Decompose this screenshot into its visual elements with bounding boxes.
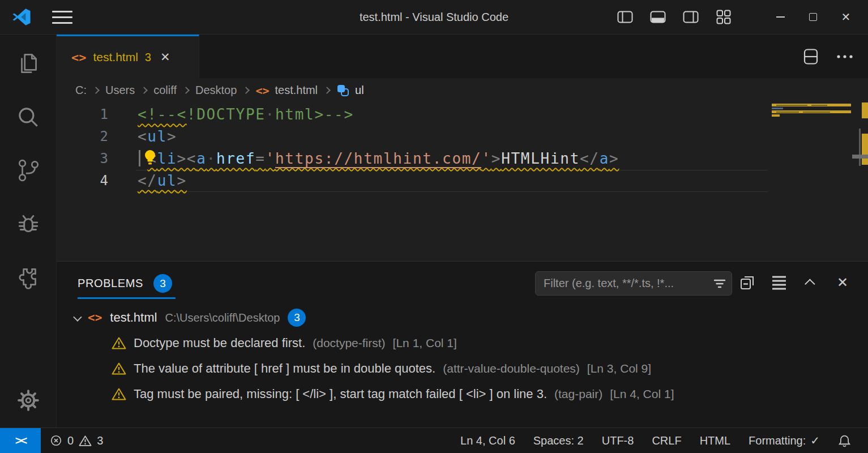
problem-message: Doctype must be declared first. bbox=[134, 336, 305, 351]
line-number: 3 bbox=[57, 148, 109, 170]
problem-message: The value of attribute [ href ] must be … bbox=[134, 361, 435, 376]
html-file-icon: <> bbox=[255, 84, 269, 97]
problem-location: [Ln 1, Col 1] bbox=[393, 336, 457, 350]
breadcrumb-drive[interactable]: C: bbox=[75, 84, 87, 97]
problem-row[interactable]: Doctype must be declared first. (doctype… bbox=[57, 330, 868, 356]
status-bar: >< 0 3 Ln 4, Col 6 Spaces: 2 UTF-8 CRLF … bbox=[0, 428, 868, 453]
close-window-button[interactable]: ✕ bbox=[837, 8, 854, 25]
html-file-icon: <> bbox=[71, 50, 87, 65]
code-editor[interactable]: 1 <!--<!DOCTYPE·html>--> 2 <ul> 3 <li><a… bbox=[57, 102, 868, 261]
tab-close-icon[interactable]: ✕ bbox=[160, 50, 170, 64]
customize-layout-icon[interactable] bbox=[715, 8, 732, 25]
tab-test-html[interactable]: <> test.html 3 ✕ bbox=[57, 35, 199, 78]
close-panel-icon[interactable]: ✕ bbox=[834, 274, 851, 291]
problems-panel: PROBLEMS 3 ✕ bbox=[57, 261, 868, 428]
editor-scrollbar[interactable] bbox=[859, 129, 861, 166]
search-icon[interactable] bbox=[15, 104, 42, 131]
code-line-2: <ul> bbox=[138, 126, 177, 148]
overview-ruler-warning-mark bbox=[862, 102, 868, 118]
html-file-icon: <> bbox=[88, 311, 102, 324]
collapse-all-icon[interactable] bbox=[739, 274, 756, 291]
problems-filter-input[interactable] bbox=[544, 277, 713, 290]
split-editor-icon[interactable] bbox=[802, 48, 819, 65]
document-link: https://htmlhint.com/ bbox=[275, 150, 481, 168]
status-formatting[interactable]: Formatting:✓ bbox=[749, 434, 820, 447]
tab-bar: <> test.html 3 ✕ bbox=[57, 35, 868, 78]
warning-icon bbox=[79, 435, 92, 447]
tab-problems[interactable]: PROBLEMS 3 bbox=[78, 274, 172, 293]
source-control-icon[interactable] bbox=[15, 157, 42, 184]
view-as-table-icon[interactable] bbox=[771, 274, 788, 291]
breadcrumb-user[interactable]: coliff bbox=[153, 84, 177, 97]
filter-icon[interactable] bbox=[713, 279, 726, 289]
menu-hamburger-icon[interactable] bbox=[52, 11, 72, 24]
vscode-logo-icon bbox=[11, 7, 32, 27]
check-icon: ✓ bbox=[810, 434, 820, 447]
breadcrumb-symbol[interactable]: ul bbox=[355, 84, 364, 97]
status-indentation[interactable]: Spaces: 2 bbox=[533, 434, 584, 447]
more-actions-icon[interactable] bbox=[836, 48, 853, 65]
problems-file-row[interactable]: <> test.html C:\Users\coliff\Desktop 3 bbox=[57, 305, 868, 330]
warning-icon bbox=[112, 387, 126, 401]
text-cursor bbox=[139, 150, 140, 166]
overview-ruler-cursor-mark bbox=[852, 155, 868, 159]
problem-row[interactable]: Tag must be paired, missing: [ </li> ], … bbox=[57, 381, 868, 407]
error-icon bbox=[50, 434, 62, 447]
status-problems[interactable]: 0 3 bbox=[50, 434, 103, 447]
status-eol[interactable]: CRLF bbox=[652, 434, 681, 447]
problem-source: (tag-pair) bbox=[554, 387, 602, 401]
activity-bar bbox=[0, 35, 57, 428]
problems-title: PROBLEMS bbox=[78, 277, 143, 290]
settings-gear-icon[interactable] bbox=[15, 387, 42, 414]
lightbulb-quickfix-icon[interactable] bbox=[142, 149, 158, 166]
warning-count: 3 bbox=[97, 434, 103, 447]
problem-location: [Ln 4, Col 1] bbox=[610, 387, 674, 401]
problems-file-name: test.html bbox=[110, 310, 157, 325]
error-count: 0 bbox=[67, 434, 74, 447]
toggle-secondary-sidebar-icon[interactable] bbox=[682, 8, 699, 25]
chevron-down-icon[interactable] bbox=[73, 313, 82, 322]
problems-filter bbox=[535, 271, 732, 296]
minimize-button[interactable] bbox=[772, 8, 789, 25]
maximize-button[interactable] bbox=[805, 8, 822, 25]
toggle-panel-icon[interactable] bbox=[649, 8, 666, 25]
chevron-right-icon bbox=[243, 87, 250, 94]
tab-label: test.html bbox=[93, 50, 138, 64]
line-number-active: 4 bbox=[57, 170, 109, 192]
line-number: 2 bbox=[57, 126, 109, 148]
breadcrumb-users[interactable]: Users bbox=[105, 84, 135, 97]
problem-message: Tag must be paired, missing: [ </li> ], … bbox=[134, 387, 547, 401]
code-line-4: </ul> bbox=[138, 170, 187, 192]
code-line-3: <li><a·href='https://htmlhint.com/'>HTML… bbox=[138, 148, 619, 170]
status-language-mode[interactable]: HTML bbox=[700, 434, 730, 447]
chevron-right-icon bbox=[323, 87, 331, 94]
maximize-panel-icon[interactable] bbox=[802, 274, 819, 291]
chevron-right-icon bbox=[182, 87, 190, 94]
toggle-primary-sidebar-icon[interactable] bbox=[617, 8, 634, 25]
problem-row[interactable]: The value of attribute [ href ] must be … bbox=[57, 356, 868, 381]
status-cursor-position[interactable]: Ln 4, Col 6 bbox=[460, 434, 515, 447]
breadcrumb-folder[interactable]: Desktop bbox=[195, 84, 237, 97]
status-encoding[interactable]: UTF-8 bbox=[602, 434, 634, 447]
chevron-right-icon bbox=[140, 87, 148, 94]
tab-problem-count: 3 bbox=[145, 51, 151, 64]
warning-icon bbox=[112, 336, 126, 350]
problem-location: [Ln 3, Col 9] bbox=[587, 362, 651, 375]
active-panel-underline bbox=[78, 297, 176, 299]
breadcrumb-file[interactable]: test.html bbox=[275, 84, 318, 97]
problems-count-badge: 3 bbox=[153, 274, 172, 293]
chevron-right-icon bbox=[92, 87, 100, 94]
remote-indicator[interactable]: >< bbox=[0, 428, 41, 453]
symbol-element-icon bbox=[336, 84, 350, 97]
warning-icon bbox=[112, 362, 126, 375]
explorer-icon[interactable] bbox=[15, 50, 42, 78]
extensions-icon[interactable] bbox=[15, 263, 42, 290]
overview-ruler-warning-mark bbox=[862, 134, 868, 165]
title-bar: test.html - Visual Studio Code ✕ bbox=[0, 0, 868, 34]
code-line-1: <!--<!DOCTYPE·html>--> bbox=[138, 104, 354, 126]
run-debug-icon[interactable] bbox=[15, 210, 42, 237]
problems-file-path: C:\Users\coliff\Desktop bbox=[165, 311, 280, 324]
line-number: 1 bbox=[57, 104, 109, 126]
notifications-bell-icon[interactable] bbox=[838, 434, 851, 448]
breadcrumb: C: Users coliff Desktop <> test.html ul bbox=[57, 78, 868, 102]
